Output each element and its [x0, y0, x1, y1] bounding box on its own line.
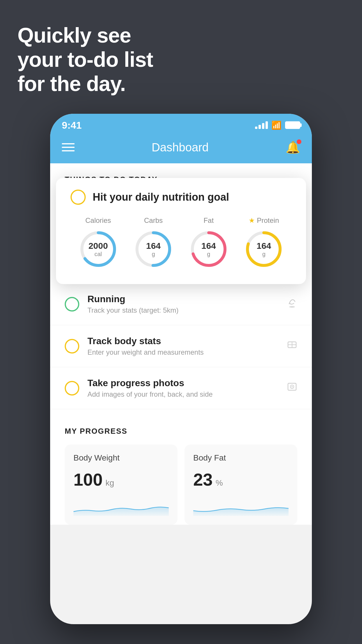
body-weight-card: Body Weight 100 kg — [65, 444, 178, 525]
nutrition-grid: Calories 2000 cal Carbs — [71, 216, 291, 270]
running-circle — [65, 297, 79, 312]
status-icons: 📶 — [255, 120, 300, 130]
body-stats-circle — [65, 339, 79, 354]
body-stats-icon — [287, 340, 297, 353]
progress-photos-subtitle: Add images of your front, back, and side — [87, 390, 279, 398]
nutrition-fat: Fat 164 g — [188, 216, 229, 270]
carbs-unit: g — [146, 251, 161, 258]
progress-cards: Body Weight 100 kg — [65, 444, 297, 525]
protein-ring: 164 g — [243, 229, 284, 270]
todo-item-running[interactable]: Running Track your stats (target: 5km) — [50, 283, 312, 325]
status-bar: 9:41 📶 — [50, 114, 312, 134]
body-stats-subtitle: Enter your weight and measurements — [87, 348, 279, 356]
progress-photos-text: Take progress photos Add images of your … — [87, 378, 279, 398]
battery-icon — [285, 121, 300, 129]
star-icon: ★ — [249, 216, 255, 225]
calories-ring: 2000 cal — [78, 229, 119, 270]
protein-label-row: ★ Protein — [249, 216, 279, 225]
body-weight-chart — [73, 498, 169, 516]
body-fat-card: Body Fat 23 % — [184, 444, 297, 525]
protein-label: Protein — [257, 216, 279, 225]
svg-point-14 — [291, 386, 293, 387]
carbs-ring: 164 g — [133, 229, 174, 270]
body-stats-text: Track body stats Enter your weight and m… — [87, 336, 279, 356]
progress-section: MY PROGRESS Body Weight 100 kg — [50, 409, 312, 525]
nutrition-calories: Calories 2000 cal — [78, 216, 119, 270]
nutrition-protein: ★ Protein 164 g — [243, 216, 284, 270]
notification-dot — [297, 139, 301, 144]
todo-list: Running Track your stats (target: 5km) T… — [50, 283, 312, 409]
running-text: Running Track your stats (target: 5km) — [87, 294, 279, 314]
calories-value: 2000 — [88, 241, 108, 251]
progress-photos-title: Take progress photos — [87, 378, 279, 388]
body-fat-unit: % — [216, 478, 223, 488]
phone-frame: 9:41 📶 Dashboard 🔔 THINGS TO DO TODAY — [50, 114, 312, 624]
carbs-label: Carbs — [144, 216, 163, 225]
body-weight-value: 100 — [73, 470, 103, 490]
hero-line1: Quickly see — [17, 23, 153, 48]
fat-value: 164 — [201, 241, 216, 251]
nutrition-card-title: Hit your daily nutrition goal — [93, 191, 229, 203]
calories-label: Calories — [85, 216, 111, 225]
svg-point-8 — [289, 306, 295, 308]
main-content: THINGS TO DO TODAY Hit your daily nutrit… — [50, 163, 312, 525]
notification-bell-icon[interactable]: 🔔 — [286, 141, 300, 154]
status-time: 9:41 — [62, 120, 82, 131]
todo-item-body-stats[interactable]: Track body stats Enter your weight and m… — [50, 325, 312, 367]
body-weight-value-row: 100 kg — [73, 470, 169, 490]
card-header: Hit your daily nutrition goal — [71, 190, 291, 205]
running-subtitle: Track your stats (target: 5km) — [87, 306, 279, 314]
fat-label: Fat — [203, 216, 214, 225]
body-stats-title: Track body stats — [87, 336, 279, 346]
hero-line2: your to-do list — [17, 48, 153, 72]
nav-bar: Dashboard 🔔 — [50, 134, 312, 163]
nutrition-check-circle[interactable] — [71, 190, 86, 205]
signal-icon — [255, 121, 268, 129]
protein-unit: g — [256, 251, 271, 258]
hamburger-menu[interactable] — [62, 143, 75, 151]
body-fat-chart — [193, 498, 289, 516]
body-fat-value: 23 — [193, 470, 213, 490]
progress-header: MY PROGRESS — [65, 427, 297, 436]
body-fat-title: Body Fat — [193, 453, 289, 463]
body-weight-title: Body Weight — [73, 453, 169, 463]
wifi-icon: 📶 — [271, 120, 282, 130]
calories-unit: cal — [88, 251, 108, 258]
nutrition-card: Hit your daily nutrition goal Calories 2… — [56, 178, 306, 284]
todo-item-progress-photos[interactable]: Take progress photos Add images of your … — [50, 367, 312, 409]
progress-photos-icon — [287, 382, 297, 395]
body-fat-value-row: 23 % — [193, 470, 289, 490]
fat-ring: 164 g — [188, 229, 229, 270]
fat-unit: g — [201, 251, 216, 258]
carbs-value: 164 — [146, 241, 161, 251]
nav-title: Dashboard — [152, 141, 209, 154]
running-title: Running — [87, 294, 279, 304]
nutrition-carbs: Carbs 164 g — [133, 216, 174, 270]
body-weight-unit: kg — [106, 478, 114, 488]
hero-text: Quickly see your to-do list for the day. — [17, 23, 153, 96]
progress-photos-circle — [65, 381, 79, 396]
hero-line3: for the day. — [17, 72, 153, 96]
running-icon — [287, 298, 297, 311]
protein-value: 164 — [256, 241, 271, 251]
